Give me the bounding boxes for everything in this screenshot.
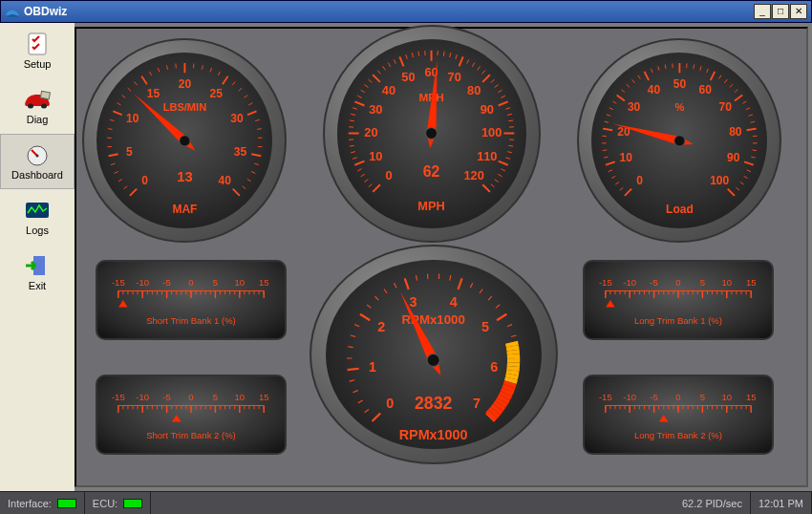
svg-text:10: 10 [126, 112, 139, 125]
sidebar-item-label: Setup [24, 58, 52, 70]
svg-line-334 [348, 368, 359, 369]
svg-line-107 [502, 169, 505, 171]
sidebar-item-label: Diag [27, 114, 49, 125]
svg-line-80 [383, 67, 386, 71]
svg-line-173 [750, 121, 754, 122]
svg-text:MPH: MPH [418, 200, 445, 214]
svg-text:3: 3 [410, 293, 417, 309]
svg-line-196 [735, 95, 742, 100]
svg-line-306 [353, 390, 358, 392]
svg-text:30: 30 [230, 112, 244, 125]
svg-line-188 [616, 95, 624, 100]
svg-text:40: 40 [647, 83, 660, 96]
svg-line-309 [349, 346, 353, 347]
svg-line-54 [251, 154, 261, 156]
interface-led-icon [57, 499, 76, 508]
svg-line-129 [499, 102, 508, 106]
svg-line-22 [166, 65, 167, 69]
svg-line-16 [117, 102, 120, 104]
svg-line-319 [450, 275, 451, 280]
svg-line-68 [352, 152, 356, 153]
svg-line-176 [752, 150, 757, 151]
svg-line-18 [127, 88, 130, 91]
maximize-button[interactable]: □ [772, 4, 789, 19]
sidebar-item-logs[interactable]: Logs [0, 189, 75, 245]
svg-line-316 [417, 275, 417, 280]
svg-text:60: 60 [698, 83, 712, 96]
svg-line-29 [238, 88, 241, 91]
svg-text:62: 62 [423, 163, 440, 180]
sidebar-item-setup[interactable]: Setup [0, 23, 75, 78]
svg-line-324 [507, 324, 512, 326]
svg-line-67 [353, 158, 358, 160]
ecu-led-icon [123, 499, 142, 508]
svg-line-96 [495, 85, 499, 88]
svg-line-52 [247, 111, 256, 115]
svg-text:-15: -15 [599, 277, 612, 288]
svg-line-321 [480, 289, 482, 293]
svg-text:0: 0 [141, 174, 148, 187]
svg-text:0: 0 [675, 392, 680, 402]
svg-line-66 [358, 169, 362, 171]
status-interface: Interface: [0, 492, 85, 514]
svg-line-109 [495, 180, 499, 182]
svg-text:Load: Load [666, 203, 694, 216]
window-titlebar: OBDwiz _ □ ✕ [0, 0, 812, 23]
minimize-button[interactable]: _ [754, 4, 771, 19]
svg-line-117 [355, 102, 365, 106]
svg-line-200 [744, 161, 754, 164]
svg-text:10: 10 [721, 392, 732, 402]
svg-line-69 [350, 146, 354, 147]
svg-text:RPMx1000: RPMx1000 [399, 426, 468, 441]
svg-line-169 [735, 89, 737, 92]
svg-line-8 [123, 185, 127, 188]
svg-line-100 [508, 115, 513, 116]
gauge-maf: 0510152025303540LBS/MIN13MAF [82, 38, 287, 243]
close-button[interactable]: ✕ [790, 4, 807, 19]
svg-line-63 [369, 184, 373, 187]
svg-line-89 [450, 54, 451, 58]
svg-line-73 [352, 115, 356, 116]
svg-line-198 [746, 128, 756, 130]
svg-line-154 [621, 89, 624, 92]
svg-line-88 [444, 52, 445, 56]
sidebar-item-exit[interactable]: Exit [0, 245, 75, 300]
svg-line-44 [113, 111, 121, 115]
svg-text:120: 120 [464, 169, 484, 183]
svg-text:0: 0 [675, 277, 680, 288]
svg-text:LBS/MIN: LBS/MIN [162, 101, 206, 113]
svg-text:-15: -15 [112, 392, 125, 402]
svg-line-157 [637, 75, 639, 78]
svg-line-184 [606, 161, 615, 164]
sidebar-item-diag[interactable]: Diag [0, 78, 75, 134]
svg-text:Short Trim Bank 2 (%): Short Trim Bank 2 (%) [146, 430, 236, 440]
svg-line-95 [491, 80, 495, 83]
svg-line-155 [626, 84, 629, 87]
svg-marker-447 [659, 415, 669, 422]
svg-line-9 [118, 179, 122, 181]
svg-line-144 [611, 176, 615, 178]
svg-line-110 [491, 184, 495, 187]
svg-text:-5: -5 [650, 277, 657, 288]
svg-text:0: 0 [386, 169, 393, 183]
svg-text:15: 15 [259, 392, 269, 402]
svg-line-28 [232, 81, 235, 85]
gauge-short-trim-1: -15-10-5051015Short Trim Bank 1 (%) [96, 260, 287, 340]
svg-line-38 [246, 179, 250, 181]
svg-line-72 [350, 120, 354, 121]
gauge-long-trim-1: -15-10-5051015Long Trim Bank 1 (%) [583, 260, 774, 340]
svg-line-82 [395, 60, 396, 64]
svg-line-151 [606, 114, 609, 116]
svg-text:15: 15 [746, 277, 757, 288]
svg-text:5: 5 [213, 392, 218, 402]
status-clock: 12:01 PM [751, 492, 812, 514]
svg-line-186 [603, 128, 612, 130]
svg-line-92 [473, 63, 476, 67]
svg-text:5: 5 [700, 392, 705, 402]
svg-line-84 [413, 54, 414, 58]
sidebar-item-dashboard[interactable]: Dashboard [0, 134, 75, 189]
svg-text:13: 13 [177, 168, 192, 183]
svg-line-79 [378, 71, 381, 75]
svg-line-10 [114, 171, 118, 173]
svg-line-314 [384, 289, 387, 293]
